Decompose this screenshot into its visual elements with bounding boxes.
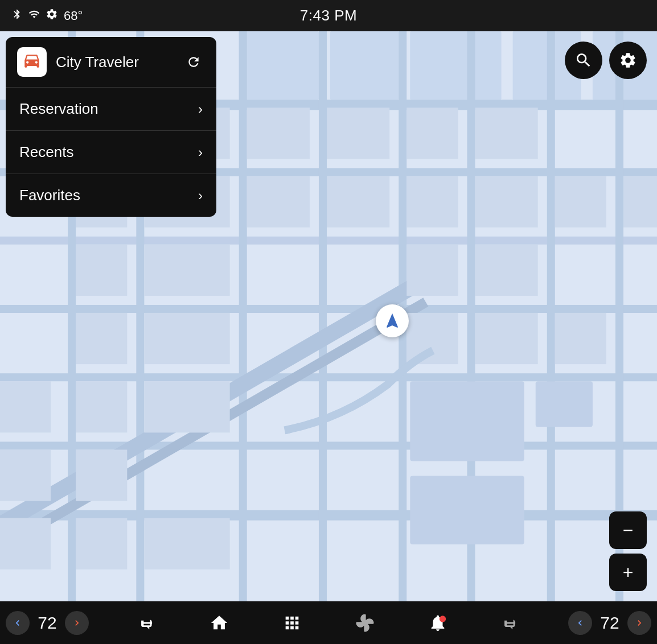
svg-rect-47 (76, 381, 127, 432)
svg-rect-10 (0, 373, 657, 381)
bottom-bar: 72 (0, 601, 657, 644)
svg-rect-34 (475, 176, 538, 228)
svg-rect-56 (536, 381, 593, 427)
app-header: City Traveler (6, 37, 216, 88)
menu-item-recents[interactable]: Recents › (6, 131, 216, 174)
svg-point-57 (439, 616, 445, 622)
chevron-right-icon-reservation: › (198, 101, 203, 117)
chevron-right-icon-favorites: › (198, 188, 203, 204)
svg-rect-51 (0, 518, 51, 569)
search-button[interactable] (565, 42, 602, 79)
svg-rect-48 (144, 381, 229, 432)
svg-rect-27 (406, 108, 458, 159)
map-controls-top (565, 42, 647, 79)
svg-rect-39 (406, 245, 458, 296)
svg-rect-9 (0, 305, 657, 313)
zoom-controls: − + (609, 511, 647, 591)
svg-rect-38 (144, 245, 229, 296)
svg-rect-16 (319, 31, 327, 601)
svg-rect-1 (239, 31, 319, 100)
right-temp-group: 72 (568, 611, 651, 635)
menu-item-recents-label: Recents (19, 143, 73, 161)
seat-heat-left-button[interactable] (132, 608, 162, 638)
menu-item-reservation[interactable]: Reservation › (6, 88, 216, 131)
svg-rect-31 (247, 176, 310, 228)
status-bar-left: 68° (11, 8, 83, 23)
svg-rect-44 (475, 313, 538, 364)
svg-rect-37 (76, 245, 127, 296)
svg-rect-11 (0, 441, 657, 449)
zoom-in-button[interactable]: + (609, 554, 647, 591)
svg-rect-19 (547, 31, 555, 601)
svg-rect-36 (623, 176, 657, 228)
bluetooth-icon (11, 9, 23, 23)
app-menu: City Traveler Reservation › Recents › Fa… (6, 37, 216, 217)
svg-rect-45 (555, 313, 606, 364)
right-temp-increase-button[interactable] (627, 611, 651, 635)
home-button[interactable] (204, 608, 234, 638)
apps-button[interactable] (277, 608, 307, 638)
svg-rect-40 (475, 245, 538, 296)
notification-button[interactable] (423, 608, 453, 638)
city-traveler-icon (22, 51, 42, 74)
svg-rect-8 (0, 237, 657, 245)
seat-heat-right-button[interactable] (495, 608, 525, 638)
svg-rect-55 (410, 476, 524, 544)
svg-rect-50 (76, 449, 127, 501)
left-temp-increase-button[interactable] (65, 611, 89, 635)
map-area: City Traveler Reservation › Recents › Fa… (0, 31, 657, 601)
svg-rect-52 (76, 518, 127, 569)
svg-rect-49 (0, 449, 51, 501)
settings-gear-icon (46, 8, 58, 23)
location-marker (376, 304, 409, 337)
zoom-out-button[interactable]: − (609, 511, 647, 549)
svg-rect-53 (144, 518, 229, 569)
temperature-display: 68° (64, 9, 83, 23)
status-bar-time: 7:43 PM (300, 7, 357, 24)
left-temperature: 72 (33, 613, 61, 633)
right-temperature: 72 (596, 613, 624, 633)
status-bar: 68° 7:43 PM (0, 0, 657, 31)
svg-rect-33 (406, 176, 458, 228)
menu-item-favorites[interactable]: Favorites › (6, 174, 216, 217)
svg-rect-28 (475, 108, 538, 159)
right-temp-decrease-button[interactable] (568, 611, 592, 635)
svg-rect-35 (555, 176, 606, 228)
refresh-button[interactable] (182, 51, 205, 73)
svg-rect-41 (76, 313, 127, 364)
svg-rect-32 (327, 176, 389, 228)
svg-rect-3 (410, 31, 501, 100)
svg-rect-54 (410, 381, 524, 461)
menu-item-favorites-label: Favorites (19, 187, 80, 204)
menu-item-reservation-label: Reservation (19, 100, 98, 118)
app-title: City Traveler (56, 53, 182, 71)
svg-rect-46 (0, 381, 51, 432)
svg-rect-15 (239, 31, 247, 601)
svg-rect-43 (406, 313, 458, 364)
signal-icon (28, 9, 40, 23)
left-temp-decrease-button[interactable] (6, 611, 30, 635)
svg-rect-25 (247, 108, 310, 159)
app-icon-container (17, 47, 47, 77)
left-temp-group: 72 (6, 611, 89, 635)
fan-button[interactable] (350, 608, 380, 638)
settings-button[interactable] (609, 42, 647, 79)
svg-rect-26 (327, 108, 389, 159)
chevron-right-icon-recents: › (198, 145, 203, 160)
svg-rect-2 (330, 31, 399, 100)
svg-rect-42 (144, 313, 229, 364)
